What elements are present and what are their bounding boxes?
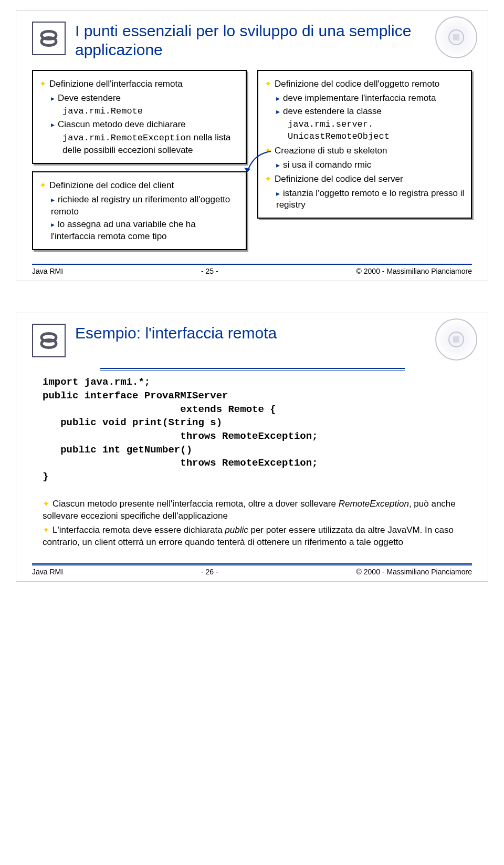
slide-footer: Java RMI - 26 - © 2000 - Massimiliano Pi… — [32, 564, 472, 576]
arrow-icon: ▸ — [51, 220, 55, 229]
item: ▸istanzia l'oggetto remoto e lo registra… — [276, 188, 465, 212]
rule — [100, 370, 405, 370]
slide-footer: Java RMI - 25 - © 2000 - Massimiliano Pi… — [32, 264, 472, 275]
footer-left: Java RMI — [32, 267, 63, 275]
arrow-icon: ▸ — [51, 120, 55, 129]
text-italic: RemoteException — [339, 499, 409, 509]
slide-1: I punti essenziali per lo sviluppo di un… — [16, 11, 488, 281]
heading: ✦Definizione del codice del server — [265, 173, 465, 186]
code: java.rmi.server. UnicastRemoteObject — [288, 119, 465, 143]
star-icon: ✦ — [39, 79, 46, 88]
text: lo assegna ad una variabile che ha l'int… — [51, 219, 196, 241]
item: ▸richiede al registry un riferimento all… — [51, 194, 239, 218]
arrow-icon: ▸ — [51, 195, 55, 204]
left-column: ✦Definizione dell'interfaccia remota ▸De… — [32, 70, 247, 258]
bullet-list: ✦Ciascun metodo presente nell'interfacci… — [43, 498, 461, 549]
heading: ✦Definizione del codice dell'oggetto rem… — [265, 78, 465, 90]
arrow-icon: ▸ — [51, 94, 55, 102]
text: istanzia l'oggetto remoto e lo registra … — [276, 188, 464, 210]
text: Ciascun metodo deve dichiarare — [58, 119, 186, 129]
code: java.rmi.Remote — [62, 106, 239, 118]
star-icon: ✦ — [43, 499, 49, 508]
box-remote-obj: ✦Definizione del codice dell'oggetto rem… — [257, 70, 472, 219]
item: ▸lo assegna ad una variabile che ha l'in… — [51, 219, 239, 243]
footer-right: © 2000 - Massimiliano Pianciamore — [356, 568, 472, 576]
text: Definizione del codice dell'oggetto remo… — [275, 79, 439, 89]
arrow-icon: ▸ — [276, 189, 280, 198]
text: deve estendere la classe — [283, 106, 382, 116]
slide-header: Esempio: l'interfaccia remota — [32, 324, 472, 357]
slide-header: I punti essenziali per lo sviluppo di un… — [32, 22, 472, 59]
arrow-icon: ▸ — [276, 161, 280, 169]
content-columns: ✦Definizione dell'interfaccia remota ▸De… — [32, 70, 472, 258]
heading: ✦Creazione di stub e skeleton — [265, 145, 465, 157]
footer-left: Java RMI — [32, 568, 63, 576]
svg-rect-4 — [453, 336, 459, 343]
text: L'interfaccia remota deve essere dichiar… — [52, 525, 225, 535]
item: java.rmi.RemoteException nella lista del… — [62, 132, 239, 157]
item: ▸deve estendere la classe — [276, 106, 465, 118]
heading: ✦Definizione del codice del client — [39, 180, 239, 192]
rule — [100, 368, 405, 369]
star-icon: ✦ — [43, 526, 49, 534]
text: Creazione di stub e skeleton — [275, 146, 387, 156]
bullet-item: ✦L'interfaccia remota deve essere dichia… — [43, 524, 461, 549]
slide-title: I punti essenziali per lo sviluppo di un… — [75, 22, 472, 59]
svg-marker-2 — [244, 168, 250, 172]
footer-center: - 26 - — [201, 568, 218, 576]
code-block: import java.rmi.*; public interface Prov… — [43, 376, 472, 483]
item: ▸Deve estendere — [51, 92, 239, 105]
text: Ciascun metodo presente nell'interfaccia… — [52, 499, 339, 509]
logo-icon — [32, 22, 66, 55]
text: richiede al registry un riferimento all'… — [51, 194, 230, 217]
text: Deve estendere — [58, 93, 121, 103]
star-icon: ✦ — [39, 181, 46, 190]
footer-center: - 25 - — [201, 267, 218, 275]
box-interface-def: ✦Definizione dell'interfaccia remota ▸De… — [32, 70, 247, 164]
text: Definizione del codice del client — [49, 180, 174, 190]
connector-arrow-icon — [242, 149, 274, 180]
right-column: ✦Definizione del codice dell'oggetto rem… — [257, 70, 472, 258]
arrow-icon: ▸ — [276, 107, 280, 116]
text-italic: public — [225, 525, 248, 535]
text: Definizione del codice del server — [275, 174, 403, 184]
arrow-icon: ▸ — [276, 94, 280, 102]
footer-right: © 2000 - Massimiliano Pianciamore — [356, 267, 472, 275]
slide-content: import java.rmi.*; public interface Prov… — [32, 376, 472, 549]
text: deve implementare l'interfaccia remota — [283, 93, 436, 103]
slide-2: Esempio: l'interfaccia remota import jav… — [16, 313, 488, 582]
item: ▸si usa il comando rmic — [276, 159, 465, 171]
item: ▸Ciascun metodo deve dichiarare — [51, 119, 239, 131]
heading: ✦Definizione dell'interfaccia remota — [39, 78, 239, 90]
seal-icon — [435, 318, 477, 361]
star-icon: ✦ — [265, 79, 271, 88]
text: si usa il comando rmic — [283, 160, 371, 170]
box-client-def: ✦Definizione del codice del client ▸rich… — [32, 171, 247, 251]
code: java.rmi.RemoteException — [62, 133, 191, 143]
slide-title: Esempio: l'interfaccia remota — [75, 324, 472, 343]
text: Definizione dell'interfaccia remota — [49, 79, 183, 89]
bullet-item: ✦Ciascun metodo presente nell'interfacci… — [43, 498, 461, 522]
seal-icon — [435, 16, 477, 58]
logo-icon — [32, 324, 66, 357]
svg-rect-1 — [453, 34, 459, 40]
item: ▸deve implementare l'interfaccia remota — [276, 92, 465, 105]
